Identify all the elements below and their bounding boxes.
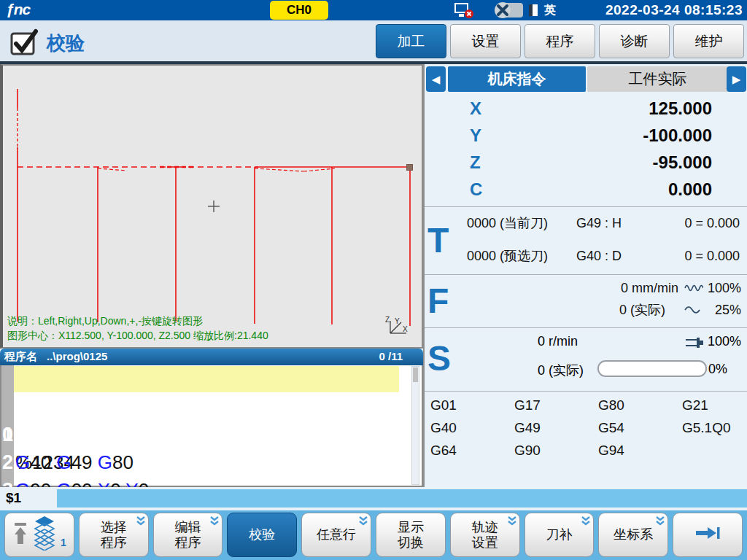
program-line[interactable]: 3 Z10: [1, 448, 422, 476]
next-menu-arrow-icon: [693, 524, 722, 545]
softkey-select-program[interactable]: 选择程序: [79, 513, 149, 557]
program-line-counter: 0 /11: [379, 350, 403, 362]
tab-maintenance[interactable]: 维护: [673, 24, 744, 58]
spindle-command-speed: 0 r/min: [538, 334, 578, 349]
feed-command-row: 0 mm/min 100%: [621, 279, 741, 297]
softkey-edit-program[interactable]: 编辑程序: [153, 513, 223, 557]
program-line[interactable]: 2 G90 G00 X0 Y0: [1, 421, 422, 448]
axis-position-display: X 125.000 Y -100.000 Z -95.000 C 0.000: [425, 93, 747, 206]
softkey-next-menu[interactable]: [673, 513, 743, 557]
program-line[interactable]: 1 G40 G49 G80: [1, 393, 422, 421]
tab-workpiece-actual[interactable]: 工件实际: [587, 66, 728, 92]
graph-center-text: 图形中心：X112.500, Y-100.000, Z2.500 缩放比例:21…: [7, 330, 268, 343]
datetime-display: 2022-03-24 08:15:23: [605, 2, 743, 18]
tab-machine-command[interactable]: 机床指令: [448, 66, 586, 92]
language-indicator[interactable]: 英: [544, 3, 556, 18]
program-line-current[interactable]: 0 %1234: [1, 365, 422, 393]
modal-gcode-section: G01G17G80G21 G40G49G54G5.1Q0 G64G90G94: [425, 391, 747, 486]
softkey-tool-compensation[interactable]: 刀补: [525, 513, 595, 557]
scrollbar-thumb[interactable]: [413, 368, 418, 382]
menu-layers-icon: [34, 516, 55, 554]
channel-status-bar: $1: [0, 487, 747, 510]
chevron-down-icon: [136, 516, 146, 531]
softkey-track-settings[interactable]: 轨迹设置: [450, 513, 520, 557]
chevron-down-icon: [507, 516, 517, 531]
feed-wave-fast-icon: [684, 279, 703, 297]
channel-message-bar: [57, 489, 747, 508]
feed-actual-row: 0 (实际) 25%: [619, 301, 741, 319]
network-error-icon: [454, 2, 476, 22]
tab-settings[interactable]: 设置: [450, 24, 521, 58]
title-bar: 校验 加工 设置 程序 诊断 维护: [0, 20, 747, 64]
tool-position-marker: [407, 165, 413, 171]
chevron-down-icon: [581, 516, 591, 531]
position-view-header: ◀ 机床指令 工件实际 ▶: [425, 66, 747, 93]
next-view-arrow[interactable]: ▶: [727, 66, 746, 92]
chevron-down-icon: [358, 516, 368, 531]
feed-wave-slow-icon: [684, 301, 703, 319]
feedrate-section: F 0 mm/min 100% 0 (实际) 25%: [425, 274, 747, 327]
page-title: 校验: [47, 31, 85, 56]
program-header-bar: 程序名 ..\prog\0125 0 /11: [0, 349, 423, 365]
tab-machining[interactable]: 加工: [376, 24, 446, 58]
gcode-grid: G01G17G80G21 G40G49G54G5.1Q0 G64G90G94: [430, 397, 731, 465]
axis-row-z: Z -95.000: [425, 149, 747, 176]
graph-hint-text: 说明：Left,Right,Up,Down,+,-按键旋转图形: [7, 315, 203, 328]
hnc-logo: ƒnc: [6, 1, 30, 18]
preselect-tool-row: 0000 (预选刀) G40 : D 0 = 0.000: [425, 247, 747, 265]
softkey-verify[interactable]: 校验: [227, 513, 297, 557]
softkey-menu-level[interactable]: 1: [4, 513, 74, 557]
axis-row-y: Y -100.000: [425, 122, 747, 149]
prev-view-arrow[interactable]: ◀: [426, 66, 446, 92]
channel-label: $1: [6, 490, 21, 506]
spindle-override-pct: 100%: [703, 334, 741, 349]
softkey-coordinate-system[interactable]: 坐标系: [598, 513, 668, 557]
top-status-bar: ƒnc CH0 英 2022-03-24 08:15:23: [0, 0, 747, 20]
cnc-screen: ƒnc CH0 英 2022-03-24 08:15:23: [0, 0, 747, 560]
tab-diagnosis[interactable]: 诊断: [599, 24, 670, 58]
channel-badge[interactable]: CH0: [270, 1, 328, 20]
axis-row-c: C 0.000: [425, 176, 747, 203]
program-name-label: 程序名: [4, 350, 37, 364]
spindle-section: S 0 r/min 100% 0 (实际) 0%: [425, 327, 747, 391]
tab-program[interactable]: 程序: [525, 24, 595, 58]
softkey-display-switch[interactable]: 显示切换: [376, 513, 446, 557]
toolpath-drawing: Z Y X: [3, 66, 420, 346]
mute-icon[interactable]: [493, 2, 524, 21]
verify-check-icon: [9, 26, 41, 61]
panel-toggle-icon[interactable]: [528, 4, 538, 20]
svg-text:X: X: [403, 325, 408, 333]
current-tool-row: 0000 (当前刀) G49 : H 0 = 0.000: [425, 214, 747, 232]
spindle-icon: [684, 337, 705, 351]
spindle-actual-speed: 0 (实际): [538, 362, 584, 379]
spindle-letter: S: [427, 341, 451, 376]
spindle-load-pct: 0%: [708, 362, 727, 377]
menu-level-badge: 1: [61, 535, 66, 551]
svg-text:Y: Y: [395, 317, 400, 325]
chevron-down-icon: [655, 516, 665, 531]
softkey-bar: 1 选择程序 编辑程序 校验 任意行 显示切换 轨迹设置 刀补: [0, 510, 747, 560]
program-scrollbar[interactable]: [411, 366, 419, 485]
chevron-down-icon: [209, 516, 220, 531]
return-up-icon: [12, 520, 28, 550]
program-path: ..\prog\0125: [47, 350, 107, 362]
axis-row-x: X 125.000: [425, 95, 747, 122]
current-line-highlight: [14, 366, 399, 392]
main-tab-bar: 加工 设置 程序 诊断 维护: [376, 24, 744, 58]
feed-letter: F: [427, 284, 449, 319]
graph-center-crosshair: [208, 201, 220, 212]
softkey-any-line[interactable]: 任意行: [301, 513, 371, 557]
program-listing[interactable]: 0 %1234 1 G40 G49 G80 2 G90 G00 X0 Y0 3 …: [0, 365, 423, 487]
spindle-load-bar: [597, 360, 707, 377]
toolpath-preview-panel[interactable]: Z Y X 说明：Left,Right,Up,Down,+,-按键旋转图形 图形…: [0, 64, 423, 349]
svg-text:Z: Z: [385, 316, 390, 324]
tool-info-section: T 0000 (当前刀) G49 : H 0 = 0.000 0000 (预选刀…: [425, 206, 747, 274]
machine-status-panel: ◀ 机床指令 工件实际 ▶ X 125.000 Y -100.000 Z -95…: [423, 64, 747, 487]
